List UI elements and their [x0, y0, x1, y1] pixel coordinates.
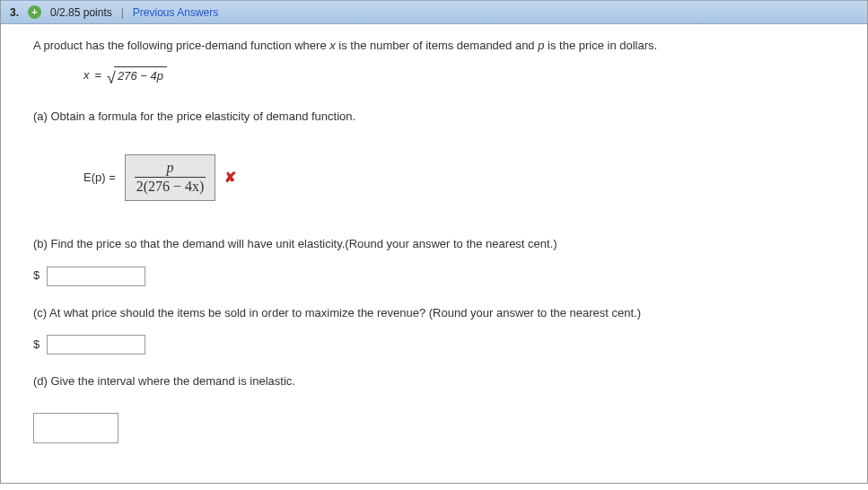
- part-d-label: (d) Give the interval where the demand i…: [33, 372, 835, 391]
- ep-label: E(p) =: [83, 169, 116, 188]
- frac-denominator: 2(276 − 4x): [135, 177, 206, 195]
- demand-formula: x = √ 276 − 4p: [33, 63, 835, 99]
- fraction: p 2(276 − 4x): [135, 159, 206, 194]
- intro-mid: is the number of items demanded and: [336, 39, 538, 52]
- expand-icon[interactable]: +: [28, 5, 41, 19]
- points-label: 0/2.85 points: [50, 6, 112, 19]
- part-b-input[interactable]: [47, 267, 145, 286]
- question-body: A product has the following price-demand…: [1, 24, 867, 483]
- part-c-input[interactable]: [47, 335, 145, 354]
- part-d-input-row: [33, 404, 835, 443]
- part-b-label: (b) Find the price so that the demand wi…: [33, 235, 835, 254]
- part-b-input-row: $: [33, 267, 835, 286]
- incorrect-icon: ✘: [224, 166, 236, 189]
- divider: |: [121, 6, 124, 19]
- part-a-answer-box[interactable]: p 2(276 − 4x): [125, 154, 216, 200]
- part-a-answer-row: E(p) = p 2(276 − 4x) ✘: [33, 138, 835, 225]
- frac-numerator: p: [165, 159, 176, 176]
- previous-answers-link[interactable]: Previous Answers: [133, 6, 218, 19]
- dollar-sign-b: $: [33, 267, 39, 285]
- formula-lhs: x: [83, 66, 90, 85]
- question-header: 3. + 0/2.85 points | Previous Answers: [1, 0, 867, 24]
- part-d-input[interactable]: [33, 413, 118, 443]
- part-c-label: (c) At what price should the items be so…: [33, 304, 835, 323]
- question-container: 3. + 0/2.85 points | Previous Answers A …: [0, 0, 868, 484]
- part-c-input-row: $: [33, 335, 835, 354]
- intro-before: A product has the following price-demand…: [33, 39, 329, 52]
- equals-sign: =: [95, 66, 102, 85]
- part-a-label: (a) Obtain a formula for the price elast…: [33, 108, 835, 127]
- question-number: 3.: [10, 6, 19, 19]
- intro-text: A product has the following price-demand…: [33, 37, 835, 56]
- sqrt-icon: √ 276 − 4p: [107, 66, 167, 86]
- sqrt-body: 276 − 4p: [114, 66, 167, 86]
- dollar-sign-c: $: [33, 336, 39, 354]
- intro-after: is the price in dollars.: [544, 39, 657, 52]
